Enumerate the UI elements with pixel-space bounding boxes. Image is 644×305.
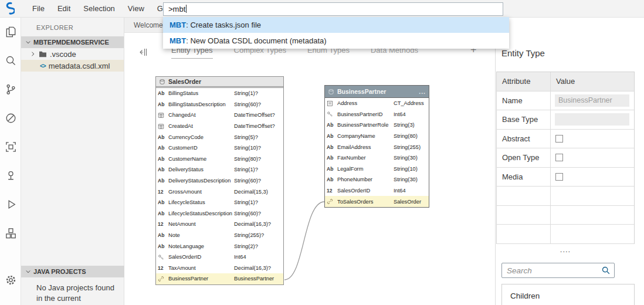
attribute-row-createdat[interactable]: CreatedAtDateTimeOffset?	[156, 121, 283, 132]
number-type-icon: 12	[158, 221, 168, 227]
attribute-row-currencycode[interactable]: AbCurrencyCodeString(5)?	[156, 131, 283, 143]
attribute-type: DateTimeOffset?	[234, 112, 281, 118]
menu-selection[interactable]: Selection	[77, 0, 121, 18]
attribute-type: Int64	[394, 188, 426, 194]
attribute-row-address[interactable]: AddressCT_Address	[325, 98, 429, 109]
attribute-row-salesorderid[interactable]: SalesOrderIDInt64	[156, 252, 283, 263]
tree-item-metadata-csdl-xml[interactable]: <> metadata.csdl.xml	[21, 60, 124, 72]
run-icon[interactable]	[0, 190, 21, 219]
attribute-row-changedat[interactable]: ChangedAtDateTimeOffset?	[156, 110, 283, 121]
attribute-row-businesspartnerrole[interactable]: AbBusinessPartnerRoleString(3)	[325, 120, 429, 131]
entity-box-businesspartner[interactable]: BusinessPartner ... AddressCT_AddressBus…	[324, 85, 429, 208]
attribute-name: Address	[337, 100, 394, 106]
base-type-input[interactable]	[555, 113, 629, 126]
deploy-icon[interactable]	[0, 219, 21, 248]
files-icon[interactable]	[0, 18, 21, 46]
attribute-row-netamount[interactable]: 12NetAmountDecimal(16,3)?	[156, 219, 283, 230]
attribute-row-billingstatusdescription[interactable]: AbBillingStatusDescriptionString(60)?	[156, 99, 283, 110]
search-icon[interactable]	[601, 266, 611, 275]
menu-view[interactable]: View	[121, 0, 151, 18]
attribute-row-note[interactable]: AbNoteString(255)?	[156, 230, 283, 241]
number-type-icon: 12	[327, 188, 337, 194]
attribute-name: ChangedAt	[168, 112, 234, 118]
attribute-type: String(255)?	[234, 232, 281, 238]
key-type-icon	[158, 254, 168, 260]
attribute-row-tosalesorders[interactable]: ToSalesOrdersSalesOrder	[325, 196, 429, 207]
attribute-row-salesorderid[interactable]: 12SalesOrderIDInt64	[325, 185, 429, 196]
property-label-open-type: Open Type	[497, 148, 551, 168]
command-suggestion-new-odata-csdl-document-metadata[interactable]: MBT: New OData CSDL document (metadata)	[163, 33, 509, 49]
abstract-checkbox[interactable]	[555, 135, 563, 143]
attribute-row-legalform[interactable]: AbLegalFormString(10)	[325, 164, 429, 175]
property-label-media: Media	[497, 168, 551, 187]
attribute-row-businesspartner[interactable]: BusinessPartnerBusinessPartner	[156, 273, 283, 284]
source-control-icon[interactable]	[0, 75, 21, 104]
open-type-checkbox[interactable]	[555, 154, 563, 161]
tree-item-vscode[interactable]: .vscode	[21, 48, 124, 60]
command-input[interactable]: >mbt	[163, 2, 503, 16]
command-suggestion-create-tasks-json-file[interactable]: MBT: Create tasks.json file	[163, 17, 509, 33]
attribute-type: String(5)?	[234, 134, 281, 140]
attribute-name: SalesOrderID	[168, 254, 234, 260]
string-type-icon: Ab	[327, 155, 337, 161]
attribute-row-taxamount[interactable]: 12TaxAmountDecimal(16,3)?	[156, 263, 283, 274]
menu-file[interactable]: File	[26, 0, 51, 18]
attribute-row-billingstatus[interactable]: AbBillingStatusString(1)?	[156, 88, 283, 99]
search-icon[interactable]	[0, 46, 21, 75]
attribute-row-phonenumber[interactable]: AbPhoneNumberString(30)	[325, 174, 429, 185]
attribute-type: String(30)	[394, 177, 426, 182]
tree-item-label: metadata.csdl.xml	[49, 62, 110, 70]
java-projects-section-header[interactable]: JAVA PROJECTS	[21, 266, 124, 277]
attribute-row-lifecyclestatus[interactable]: AbLifecycleStatusString(1)?	[156, 197, 283, 208]
datetime-type-icon	[158, 112, 168, 118]
property-value-empty	[551, 225, 634, 244]
command-suggestions: MBT: Create tasks.json fileMBT: New ODat…	[163, 17, 509, 49]
attribute-type: String(255)	[394, 144, 426, 150]
application-window: FileEditSelectionViewGo >mbt MBT: Create…	[0, 0, 644, 305]
attribute-name: LifecycleStatusDescription	[168, 211, 234, 216]
attribute-row-notelanguage[interactable]: AbNoteLanguageString(2)?	[156, 240, 283, 252]
attribute-row-deliverystatusdescription[interactable]: AbDeliveryStatusDescriptionString(60)?	[156, 175, 283, 187]
attribute-type: Decimal(16,3)?	[234, 265, 281, 271]
property-label-name: Name	[497, 92, 551, 111]
port-icon[interactable]	[0, 161, 21, 190]
attribute-row-businesspartnerid[interactable]: BusinessPartnerIDInt64	[325, 109, 429, 120]
entity-header[interactable]: SalesOrder	[156, 77, 283, 88]
panel-resize-handle[interactable]: ....	[496, 245, 635, 254]
attribute-row-deliverystatus[interactable]: AbDeliveryStatusString(1)?	[156, 164, 283, 175]
attribute-name: BillingStatusDescription	[168, 101, 234, 107]
entity-header[interactable]: BusinessPartner ...	[325, 86, 429, 98]
attribute-name: NoteLanguage	[168, 243, 234, 249]
entity-name: SalesOrder	[168, 78, 201, 85]
attribute-row-customerid[interactable]: AbCustomerIDString(10)?	[156, 143, 283, 154]
attribute-row-faxnumber[interactable]: AbFaxNumberString(30)	[325, 152, 429, 164]
media-checkbox[interactable]	[555, 173, 563, 181]
collapse-panel-icon[interactable]	[137, 47, 148, 57]
entity-box-salesorder[interactable]: SalesOrder AbBillingStatusString(1)?AbBi…	[155, 76, 284, 285]
attribute-row-lifecyclestatusdescription[interactable]: AbLifecycleStatusDescriptionString(60)?	[156, 208, 283, 219]
search-input[interactable]	[502, 266, 601, 275]
nav-type-icon	[327, 198, 337, 205]
attribute-name: DeliveryStatusDescription	[168, 178, 234, 184]
attribute-type: String(60)?	[234, 211, 281, 216]
menu-edit[interactable]: Edit	[51, 0, 77, 18]
entity-menu-dots[interactable]: ...	[419, 89, 426, 94]
chevron-down-icon	[25, 269, 31, 274]
workspace-section-header[interactable]: MBTEPMDEMOSERVICE	[21, 36, 124, 48]
activity-bar-icons	[0, 18, 21, 248]
extensions-icon[interactable]	[0, 133, 21, 161]
settings-gear-icon[interactable]	[0, 266, 21, 294]
string-type-icon: Ab	[327, 177, 337, 182]
attribute-row-grossamount[interactable]: 12GrossAmountDecimal(15,3)	[156, 186, 283, 197]
attribute-row-customername[interactable]: AbCustomerNameString(80)?	[156, 154, 283, 165]
circle-slash-icon[interactable]	[0, 104, 21, 133]
xml-file-icon: <>	[40, 63, 46, 69]
datetime-type-icon	[158, 123, 168, 130]
string-type-icon: Ab	[158, 232, 168, 238]
string-type-icon: Ab	[327, 122, 337, 128]
name-input[interactable]: BusinessPartner	[555, 94, 629, 107]
suggestion-keyword: MBT	[170, 21, 186, 29]
attribute-row-companyname[interactable]: AbCompanyNameString(80)	[325, 131, 429, 142]
attribute-type: Decimal(15,3)	[234, 189, 281, 195]
attribute-row-emailaddress[interactable]: AbEmailAddressString(255)	[325, 141, 429, 152]
